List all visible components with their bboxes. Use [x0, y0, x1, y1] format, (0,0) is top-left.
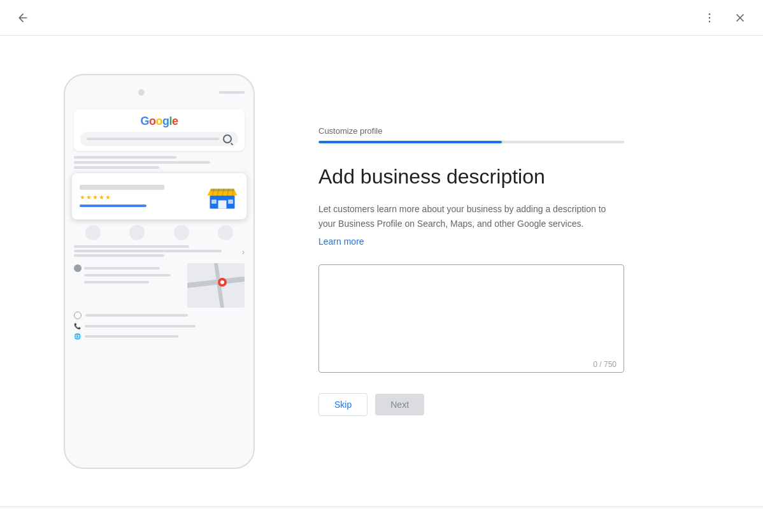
textarea-wrapper: 0 / 750 — [318, 264, 624, 375]
more-options-button[interactable] — [697, 5, 722, 31]
map-thumbnail — [187, 263, 245, 308]
progress-bar-container — [318, 141, 624, 143]
phone-website-row: 🌐 — [74, 333, 245, 340]
svg-rect-13 — [211, 189, 234, 191]
skeleton-above — [74, 156, 245, 169]
svg-point-0 — [709, 13, 711, 15]
bottom-bar — [0, 507, 763, 532]
star-rating: ★★★★★ — [80, 194, 201, 201]
store-icon — [206, 180, 239, 213]
phone-mockup: Google ★★★★★ — [64, 74, 255, 469]
phone-phone-row: 📞 — [74, 323, 245, 329]
phone-google-search: Google — [74, 110, 245, 151]
page-title: Add business description — [318, 164, 624, 189]
form-side: Customize profile Add business descripti… — [318, 126, 624, 416]
google-logo: Google — [80, 115, 238, 128]
learn-more-link[interactable]: Learn more — [318, 236, 364, 247]
close-button[interactable] — [727, 5, 753, 31]
phone-hours-row — [74, 312, 245, 319]
progress-section: Customize profile — [318, 126, 624, 143]
svg-rect-6 — [228, 199, 233, 204]
svg-point-2 — [709, 20, 711, 22]
description-text: Let customers learn more about your busi… — [318, 202, 624, 231]
phone-receiver-icon: 📞 — [74, 323, 81, 329]
phone-action-icons — [74, 225, 245, 240]
biz-name-skeleton — [80, 185, 164, 190]
next-button[interactable]: Next — [375, 394, 424, 415]
phone-illustration: Google ★★★★★ — [51, 74, 267, 469]
phone-search-bar — [80, 132, 238, 146]
progress-label: Customize profile — [318, 126, 624, 136]
skip-button[interactable]: Skip — [318, 393, 367, 416]
progress-bar-fill — [318, 141, 502, 143]
chevron-icon: › — [242, 248, 245, 257]
top-bar — [0, 0, 763, 36]
business-card: ★★★★★ — [71, 173, 247, 220]
description-textarea[interactable] — [318, 264, 624, 373]
phone-list-section: › — [74, 245, 245, 340]
search-icon — [223, 134, 232, 143]
svg-rect-5 — [211, 199, 217, 204]
top-bar-right — [697, 5, 753, 31]
button-row: Skip Next — [318, 393, 624, 416]
char-count: 0 / 750 — [593, 360, 617, 369]
phone-list-row-1: › — [74, 245, 245, 259]
main-content: Google ★★★★★ — [0, 36, 763, 507]
svg-rect-4 — [218, 200, 227, 208]
top-bar-left — [10, 5, 36, 31]
biz-highlight-bar — [80, 205, 146, 207]
phone-map-row — [74, 263, 245, 308]
svg-point-18 — [220, 280, 224, 284]
svg-point-1 — [709, 17, 711, 18]
globe-icon: 🌐 — [74, 333, 81, 340]
back-button[interactable] — [10, 5, 36, 31]
